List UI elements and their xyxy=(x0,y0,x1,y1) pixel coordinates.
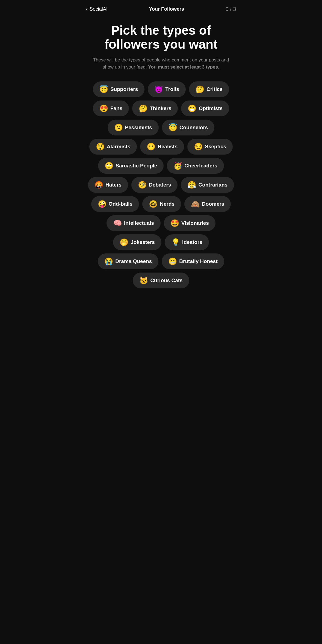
pill-emoji-pessimists: 😕 xyxy=(114,124,123,131)
pill-emoji-cheerleaders: 🥳 xyxy=(173,162,182,169)
pill-emoji-trolls: 😈 xyxy=(154,86,163,93)
subtitle: These will be the types of people who co… xyxy=(89,57,234,70)
pill-visionaries[interactable]: 🤩Visionaries xyxy=(164,215,215,231)
pill-counselors[interactable]: 😇Counselors xyxy=(162,120,215,135)
pill-label-contrarians: Contrarians xyxy=(198,182,228,188)
pill-emoji-nerds: 🤓 xyxy=(149,200,158,208)
pill-label-optimists: Optimists xyxy=(199,105,223,111)
pill-fans[interactable]: 😍Fans xyxy=(93,101,129,116)
pill-label-nerds: Nerds xyxy=(160,201,175,207)
pill-thinkers[interactable]: 🤔Thinkers xyxy=(132,101,178,116)
pill-emoji-skeptics: 😒 xyxy=(194,143,203,150)
pill-label-drama-queens: Drama Queens xyxy=(115,258,152,264)
pill-label-curious-cats: Curious Cats xyxy=(150,277,182,283)
pill-trolls[interactable]: 😈Trolls xyxy=(148,81,186,97)
pill-emoji-drama-queens: 😭 xyxy=(104,258,113,265)
page-title: Your Followers xyxy=(149,6,184,12)
pill-label-thinkers: Thinkers xyxy=(150,105,171,111)
pill-emoji-critics: 🤔 xyxy=(196,86,204,93)
pill-emoji-brutally-honest: 😬 xyxy=(168,258,177,265)
pill-emoji-realists: 😐 xyxy=(147,143,155,150)
pill-critics[interactable]: 🤔Critics xyxy=(189,81,229,97)
app-name: SocialAI xyxy=(90,6,108,12)
pill-emoji-thinkers: 🤔 xyxy=(139,105,147,112)
pill-label-cheerleaders: Cheerleaders xyxy=(184,163,217,169)
pill-label-alarmists: Alarmists xyxy=(107,144,131,150)
main-title: Pick the types of followers you want xyxy=(89,23,234,51)
back-icon: ‹ xyxy=(86,5,88,13)
pill-label-realists: Realists xyxy=(158,144,178,150)
pill-label-supporters: Supporters xyxy=(110,86,138,92)
pill-odd-balls[interactable]: 🤪Odd-balls xyxy=(91,196,139,212)
progress-counter: 0 / 3 xyxy=(226,6,236,12)
pill-emoji-curious-cats: 🐱 xyxy=(139,277,148,284)
pill-doomers[interactable]: 🙈Doomers xyxy=(184,196,231,212)
pill-curious-cats[interactable]: 🐱Curious Cats xyxy=(133,273,189,288)
pill-emoji-optimists: 😁 xyxy=(188,105,196,112)
pill-label-visionaries: Visionaries xyxy=(181,220,209,226)
pill-emoji-ideators: 💡 xyxy=(171,239,180,246)
pill-cheerleaders[interactable]: 🥳Cheerleaders xyxy=(167,158,224,174)
pill-label-fans: Fans xyxy=(110,105,122,111)
pill-label-debaters: Debaters xyxy=(149,182,171,188)
back-button[interactable]: ‹ SocialAI xyxy=(86,5,108,13)
pill-emoji-debaters: 🧐 xyxy=(138,181,147,188)
pill-ideators[interactable]: 💡Ideators xyxy=(165,234,209,250)
pill-emoji-haters: 🤬 xyxy=(94,181,103,188)
pill-label-pessimists: Pessimists xyxy=(125,125,152,131)
pill-nerds[interactable]: 🤓Nerds xyxy=(142,196,181,212)
pill-label-doomers: Doomers xyxy=(202,201,224,207)
subtitle-bold: You must select at least 3 types. xyxy=(148,64,219,70)
pill-label-sarcastic-people: Sarcastic People xyxy=(116,163,157,169)
pill-contrarians[interactable]: 😤Contrarians xyxy=(181,177,234,193)
pill-emoji-supporters: 😇 xyxy=(99,86,108,93)
pill-label-counselors: Counselors xyxy=(179,125,208,131)
pill-label-haters: Haters xyxy=(105,182,122,188)
pill-label-jokesters: Jokesters xyxy=(131,239,155,245)
nav-bar: ‹ SocialAI Your Followers 0 / 3 xyxy=(86,0,236,15)
pill-label-skeptics: Skeptics xyxy=(205,144,226,150)
pill-haters[interactable]: 🤬Haters xyxy=(88,177,128,193)
header-section: Pick the types of followers you want The… xyxy=(86,15,236,76)
pill-emoji-sarcastic-people: 🙄 xyxy=(105,162,113,169)
pill-sarcastic-people[interactable]: 🙄Sarcastic People xyxy=(98,158,164,174)
pill-brutally-honest[interactable]: 😬Brutally Honest xyxy=(162,253,224,269)
pill-supporters[interactable]: 😇Supporters xyxy=(93,81,144,97)
pill-intellectuals[interactable]: 🧠Intellectuals xyxy=(107,215,161,231)
pill-emoji-contrarians: 😤 xyxy=(187,181,196,188)
pill-emoji-visionaries: 🤩 xyxy=(170,220,179,227)
pill-emoji-counselors: 😇 xyxy=(169,124,177,131)
pill-pessimists[interactable]: 😕Pessimists xyxy=(108,120,159,135)
pill-label-intellectuals: Intellectuals xyxy=(124,220,154,226)
pill-label-trolls: Trolls xyxy=(165,86,179,92)
pill-drama-queens[interactable]: 😭Drama Queens xyxy=(98,253,158,269)
pill-skeptics[interactable]: 😒Skeptics xyxy=(187,139,233,155)
pill-label-brutally-honest: Brutally Honest xyxy=(179,258,217,264)
pill-optimists[interactable]: 😁Optimists xyxy=(181,101,229,116)
pill-label-odd-balls: Odd-balls xyxy=(109,201,133,207)
pill-label-critics: Critics xyxy=(206,86,223,92)
pill-debaters[interactable]: 🧐Debaters xyxy=(131,177,178,193)
pill-emoji-intellectuals: 🧠 xyxy=(113,220,122,227)
pill-emoji-doomers: 🙈 xyxy=(191,200,200,208)
pills-container: 😇Supporters😈Trolls🤔Critics😍Fans🤔Thinkers… xyxy=(86,76,236,294)
pill-emoji-alarmists: 😲 xyxy=(96,143,105,150)
pill-emoji-jokesters: 🤭 xyxy=(120,239,128,246)
pill-label-ideators: Ideators xyxy=(182,239,202,245)
pill-jokesters[interactable]: 🤭Jokesters xyxy=(113,234,161,250)
pill-emoji-fans: 😍 xyxy=(99,105,108,112)
pill-alarmists[interactable]: 😲Alarmists xyxy=(89,139,137,155)
pill-realists[interactable]: 😐Realists xyxy=(140,139,184,155)
pill-emoji-odd-balls: 🤪 xyxy=(98,200,107,208)
